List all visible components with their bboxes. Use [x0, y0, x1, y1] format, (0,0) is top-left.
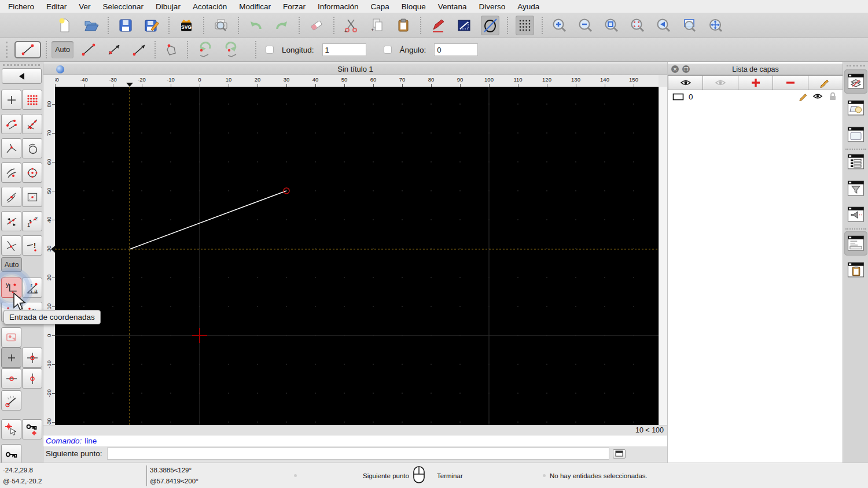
line-2points-button[interactable]	[78, 41, 99, 58]
snap-intersection-manual-button[interactable]: !	[22, 235, 42, 256]
layer-edit-icon[interactable]	[799, 92, 808, 103]
layer-visible-icon[interactable]	[812, 92, 823, 102]
dock-icon-command[interactable]	[847, 235, 865, 251]
menu-item-fichero[interactable]: Fichero	[8, 2, 34, 11]
angle-input[interactable]: 0	[434, 43, 478, 56]
snap-selected-button[interactable]	[1, 419, 21, 439]
snap-nearest-button[interactable]	[1, 162, 21, 183]
snap-intersection-button[interactable]	[1, 235, 21, 256]
zoom-auto-button[interactable]	[602, 16, 621, 35]
command-input[interactable]	[107, 448, 609, 460]
snap-endpoints-button[interactable]	[1, 114, 21, 134]
dock-icon-notifications[interactable]	[847, 206, 865, 222]
save-as-button[interactable]	[142, 16, 161, 35]
zoom-out-button[interactable]	[576, 16, 595, 35]
menu-item-ventana[interactable]: Ventana	[438, 2, 467, 11]
undo-point-button[interactable]	[193, 41, 216, 58]
edit-layer-button[interactable]	[808, 75, 843, 90]
redo-button[interactable]	[273, 16, 291, 35]
zoom-redraw-button[interactable]	[654, 16, 673, 35]
drawing-canvas[interactable]	[55, 87, 659, 425]
snap-grid-button[interactable]	[22, 90, 42, 110]
toolbar-handle[interactable]	[6, 42, 8, 58]
snap-back-button[interactable]	[2, 68, 42, 84]
snap-middle-button[interactable]	[22, 187, 42, 207]
show-all-layers-button[interactable]	[668, 75, 703, 90]
length-checkbox[interactable]	[266, 46, 274, 54]
menu-item-capa[interactable]: Capa	[371, 2, 389, 11]
circle-line-button[interactable]	[481, 16, 499, 35]
snap-free-button[interactable]	[1, 90, 21, 110]
restrict-vertical-button[interactable]	[22, 368, 42, 389]
layer-row[interactable]: 0	[668, 90, 843, 103]
menu-item-ver[interactable]: Ver	[79, 2, 90, 11]
dock-icon-library[interactable]	[847, 127, 865, 142]
length-input[interactable]: 1	[322, 43, 366, 56]
line-tool-button[interactable]	[14, 41, 41, 58]
copy-button[interactable]: +	[368, 16, 387, 35]
layer-construction-icon[interactable]	[672, 93, 684, 101]
polygon-tool-button[interactable]	[160, 41, 182, 58]
zoom-in-button[interactable]	[550, 16, 569, 35]
snap-tangent-button[interactable]	[1, 187, 21, 207]
dock-icon-blocks[interactable]	[847, 100, 865, 116]
snap-distance-button[interactable]: 12	[22, 211, 42, 231]
crosshair-full-button[interactable]	[22, 347, 42, 368]
float-panel-icon[interactable]: ❐	[682, 65, 690, 73]
snap-center-button[interactable]	[22, 162, 42, 183]
lock-relative-zero-button[interactable]	[22, 419, 42, 439]
selection-window-button[interactable]	[1, 327, 21, 347]
zoom-window-button[interactable]	[681, 16, 699, 35]
menu-item-editar[interactable]: Editar	[46, 2, 67, 11]
layer-lock-icon[interactable]	[828, 91, 837, 103]
lock-layer-button[interactable]	[1, 444, 21, 464]
zoom-previous-button[interactable]	[628, 16, 647, 35]
close-icon[interactable]: ✕	[671, 65, 679, 73]
dock-icon-entity-list[interactable]	[847, 154, 865, 169]
line-angle-button[interactable]	[104, 41, 124, 58]
cut-button[interactable]: +	[342, 16, 361, 35]
menu-item-información[interactable]: Información	[318, 2, 359, 11]
restrict-horizontal-button[interactable]	[1, 368, 21, 389]
polyline-settings-button[interactable]	[455, 16, 473, 35]
open-file-button[interactable]	[82, 16, 100, 35]
print-preview-button[interactable]	[212, 16, 230, 35]
line-auto-button[interactable]: Auto	[52, 41, 73, 58]
menu-item-diverso[interactable]: Diverso	[479, 2, 505, 11]
line-horizontal-button[interactable]	[129, 41, 150, 58]
snap-circle-button[interactable]	[22, 138, 42, 158]
export-svg-button[interactable]: SVG	[177, 16, 196, 35]
command-console[interactable]: Comando: line	[43, 435, 667, 446]
menu-item-dibujar[interactable]: Dibujar	[156, 2, 181, 11]
menu-item-modificar[interactable]: Modificar	[239, 2, 271, 11]
menu-item-bloque[interactable]: Bloque	[402, 2, 426, 11]
pen-edit-button[interactable]	[429, 16, 447, 35]
strip-handle[interactable]	[847, 65, 865, 66]
restrict-nothing-button[interactable]	[1, 347, 21, 368]
paste-button[interactable]	[394, 16, 413, 35]
dock-icon-layers[interactable]	[847, 73, 865, 89]
snap-auto-button[interactable]: Auto	[1, 257, 22, 272]
redo-point-button[interactable]	[220, 41, 244, 58]
hide-all-layers-button[interactable]	[703, 75, 738, 90]
angle-checkbox[interactable]	[384, 46, 392, 54]
save-button[interactable]	[116, 16, 135, 35]
undo-button[interactable]	[247, 16, 265, 35]
restrict-orthogonal-button[interactable]	[1, 211, 21, 231]
sidebar-handle[interactable]	[3, 64, 40, 66]
delete-button[interactable]	[307, 16, 326, 35]
command-detach-button[interactable]	[613, 449, 626, 459]
drawing-window-titlebar[interactable]: Sin título 1	[43, 64, 667, 75]
snap-angle-gauge-button[interactable]	[1, 390, 21, 411]
menu-item-acotación[interactable]: Acotación	[193, 2, 227, 11]
snap-perpendicular-button[interactable]	[1, 138, 21, 158]
menu-item-ayuda[interactable]: Ayuda	[517, 2, 539, 11]
dock-icon-filter[interactable]	[847, 180, 865, 196]
new-file-button[interactable]	[56, 16, 74, 35]
dock-icon-clipboard[interactable]	[847, 262, 865, 278]
layers-dock-header[interactable]: ✕ ❐ Lista de capas	[668, 64, 843, 75]
canvas-scrollbar[interactable]	[659, 87, 667, 425]
remove-layer-button[interactable]	[773, 75, 808, 90]
zoom-pan-button[interactable]	[707, 16, 725, 35]
add-layer-button[interactable]	[738, 75, 773, 90]
